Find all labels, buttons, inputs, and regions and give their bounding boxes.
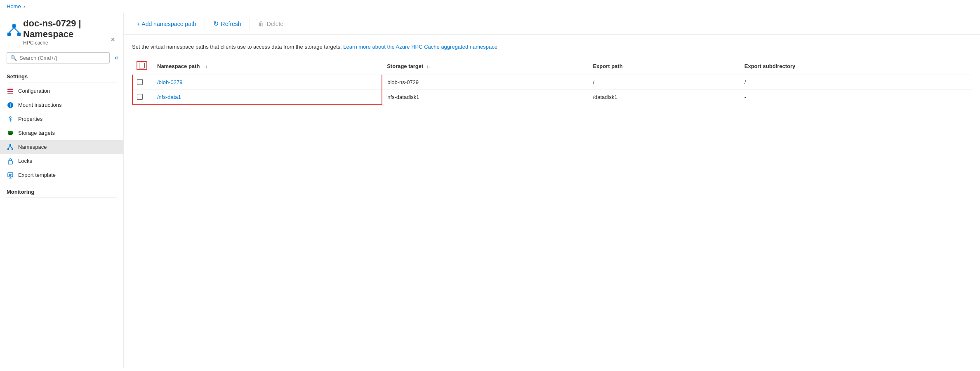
row2-export-path: /datadisk1: [588, 89, 739, 105]
delete-button[interactable]: 🗑 Delete: [253, 18, 288, 30]
row2-storage-target: nfs-datadisk1: [382, 89, 588, 105]
search-input[interactable]: [19, 55, 106, 61]
breadcrumb-home[interactable]: Home: [7, 3, 21, 9]
row2-checkbox[interactable]: [137, 94, 143, 100]
sidebar-title-block: doc-ns-0729 | Namespace HPC cache: [23, 18, 117, 46]
configuration-label: Configuration: [18, 88, 50, 94]
row1-checkbox[interactable]: [137, 79, 143, 85]
sidebar-item-export-template[interactable]: Export template: [0, 168, 123, 182]
search-box[interactable]: 🔍: [7, 52, 110, 63]
properties-label: Properties: [18, 116, 42, 122]
breadcrumb-separator: ›: [24, 3, 25, 9]
search-row: 🔍 «: [0, 49, 123, 67]
settings-section-label: Settings: [0, 67, 123, 82]
svg-line-3: [9, 28, 14, 33]
svg-rect-17: [7, 148, 9, 150]
namespace-table: Namespace path ↑↓ Storage target ↑↓ Expo…: [132, 58, 972, 105]
svg-line-20: [10, 146, 12, 148]
svg-rect-6: [7, 91, 13, 92]
table-row: /nfs-data1 nfs-datadisk1 /datadisk1 -: [132, 89, 972, 105]
sidebar-item-storage-targets[interactable]: Storage targets: [0, 126, 123, 140]
sidebar: doc-ns-0729 | Namespace HPC cache × 🔍 « …: [0, 13, 124, 368]
row2-export-subdirectory: -: [740, 89, 972, 105]
svg-rect-2: [17, 33, 21, 36]
mount-instructions-icon: i: [7, 101, 14, 109]
sidebar-item-properties[interactable]: Properties: [0, 112, 123, 126]
refresh-button[interactable]: ↻ Refresh: [208, 17, 246, 30]
refresh-label: Refresh: [221, 21, 241, 27]
locks-icon: [7, 157, 14, 165]
sidebar-item-mount-instructions[interactable]: i Mount instructions: [0, 98, 123, 112]
svg-rect-0: [12, 24, 16, 28]
svg-rect-21: [8, 161, 12, 164]
monitoring-divider: [7, 197, 117, 198]
svg-text:i: i: [10, 103, 11, 108]
refresh-icon: ↻: [213, 20, 219, 28]
storage-targets-label: Storage targets: [18, 130, 55, 136]
close-button[interactable]: ×: [109, 34, 117, 46]
toolbar-divider-1: [205, 18, 205, 30]
configuration-icon: [7, 87, 14, 95]
export-template-label: Export template: [18, 172, 56, 178]
svg-rect-16: [9, 144, 11, 146]
svg-line-4: [14, 28, 19, 33]
settings-divider: [7, 82, 117, 82]
svg-rect-1: [7, 33, 11, 36]
select-all-checkbox[interactable]: [139, 63, 145, 68]
search-icon: 🔍: [10, 55, 17, 61]
col-header-namespace-path[interactable]: Namespace path ↑↓: [152, 58, 382, 75]
svg-rect-7: [7, 93, 13, 94]
sidebar-item-namespace[interactable]: Namespace: [0, 140, 123, 154]
mount-instructions-label: Mount instructions: [18, 102, 62, 108]
svg-point-15: [8, 133, 13, 135]
col-header-export-subdirectory: Export subdirectory: [740, 58, 972, 75]
row2-namespace-link[interactable]: /nfs-data1: [157, 94, 181, 100]
monitoring-section-label: Monitoring: [0, 182, 123, 197]
content-area: + Add namespace path ↻ Refresh 🗑 Delete …: [124, 13, 980, 368]
row1-export-subdirectory: /: [740, 75, 972, 89]
row1-storage-target: blob-ns-0729: [382, 75, 588, 89]
col-header-storage-target[interactable]: Storage target ↑↓: [382, 58, 588, 75]
content-body: Set the virtual namespace paths that cli…: [124, 35, 980, 368]
table-row: /blob-0279 blob-ns-0729 / /: [132, 75, 972, 89]
delete-icon: 🗑: [258, 20, 264, 27]
learn-more-link[interactable]: Learn more about the Azure HPC Cache agg…: [343, 44, 497, 50]
col-header-export-path: Export path: [588, 58, 739, 75]
collapse-button[interactable]: «: [111, 52, 122, 63]
row1-namespace-link[interactable]: /blob-0279: [157, 79, 182, 85]
sidebar-item-configuration[interactable]: Configuration: [0, 84, 123, 98]
storage-targets-icon: [7, 129, 14, 137]
export-template-icon: [7, 171, 14, 179]
properties-icon: [7, 115, 14, 123]
namespace-icon: [7, 23, 23, 40]
toolbar: + Add namespace path ↻ Refresh 🗑 Delete: [124, 13, 980, 35]
sidebar-header: doc-ns-0729 | Namespace HPC cache ×: [0, 13, 123, 49]
row1-namespace-path: /blob-0279: [152, 75, 382, 89]
namespace-sidebar-icon: [7, 143, 14, 151]
svg-rect-18: [12, 148, 13, 150]
storage-target-sort[interactable]: ↑↓: [426, 64, 431, 69]
svg-line-19: [8, 146, 10, 148]
add-namespace-path-button[interactable]: + Add namespace path: [132, 18, 201, 30]
info-text: Set the virtual namespace paths that cli…: [132, 43, 972, 51]
namespace-path-sort[interactable]: ↑↓: [203, 64, 207, 69]
svg-point-10: [9, 117, 11, 118]
toolbar-divider-2: [250, 18, 250, 30]
page-subtitle: HPC cache: [23, 40, 117, 46]
row1-export-path: /: [588, 75, 739, 89]
svg-rect-22: [8, 173, 13, 177]
sidebar-item-locks[interactable]: Locks: [0, 154, 123, 168]
namespace-label: Namespace: [18, 144, 47, 150]
svg-rect-5: [7, 89, 13, 90]
locks-label: Locks: [18, 158, 32, 164]
col-header-checkbox: [132, 58, 152, 75]
delete-label: Delete: [267, 21, 283, 27]
page-title: doc-ns-0729 | Namespace: [23, 18, 117, 40]
row2-namespace-path: /nfs-data1: [152, 89, 382, 105]
